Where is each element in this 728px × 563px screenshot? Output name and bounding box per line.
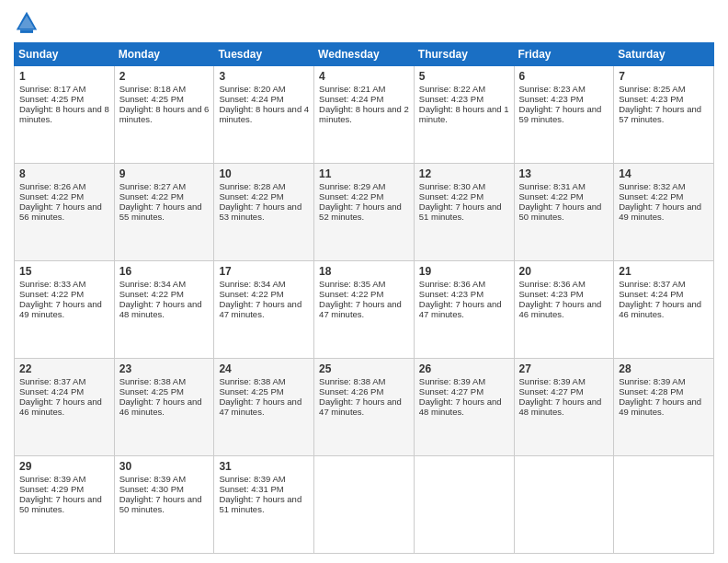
day-number: 3 — [219, 70, 309, 83]
sunrise-label: Sunrise: 8:39 AM — [519, 376, 586, 386]
sunset-label: Sunset: 4:25 PM — [119, 94, 184, 104]
sunrise-label: Sunrise: 8:34 AM — [119, 279, 186, 289]
calendar-cell: 24 Sunrise: 8:38 AM Sunset: 4:25 PM Dayl… — [214, 359, 314, 456]
sunrise-label: Sunrise: 8:34 AM — [219, 279, 285, 289]
sunrise-label: Sunrise: 8:31 AM — [519, 181, 586, 191]
calendar-table: SundayMondayTuesdayWednesdayThursdayFrid… — [14, 42, 714, 554]
day-number: 10 — [219, 167, 309, 180]
sunset-label: Sunset: 4:25 PM — [219, 386, 283, 396]
day-number: 16 — [119, 265, 210, 278]
daylight-label: Daylight: 7 hours and 51 minutes. — [419, 201, 502, 222]
sunset-label: Sunset: 4:22 PM — [119, 289, 184, 299]
day-header-tuesday: Tuesday — [214, 43, 314, 66]
daylight-label: Daylight: 7 hours and 55 minutes. — [119, 201, 202, 222]
calendar-cell: 13 Sunrise: 8:31 AM Sunset: 4:22 PM Dayl… — [514, 164, 614, 261]
day-number: 14 — [619, 167, 709, 180]
daylight-label: Daylight: 7 hours and 46 minutes. — [119, 396, 202, 417]
daylight-label: Daylight: 7 hours and 59 minutes. — [519, 104, 602, 124]
day-number: 22 — [19, 362, 109, 375]
calendar-week-3: 15 Sunrise: 8:33 AM Sunset: 4:22 PM Dayl… — [15, 261, 714, 359]
sunrise-label: Sunrise: 8:39 AM — [119, 474, 186, 484]
sunset-label: Sunset: 4:23 PM — [419, 94, 483, 104]
daylight-label: Daylight: 7 hours and 50 minutes. — [519, 201, 602, 222]
daylight-label: Daylight: 7 hours and 48 minutes. — [419, 396, 502, 417]
day-header-thursday: Thursday — [414, 43, 514, 66]
calendar-body: 1 Sunrise: 8:17 AM Sunset: 4:25 PM Dayli… — [15, 66, 714, 554]
day-number: 18 — [319, 265, 409, 278]
day-number: 30 — [119, 460, 210, 473]
sunset-label: Sunset: 4:22 PM — [519, 191, 584, 201]
calendar-cell — [314, 456, 415, 554]
sunrise-label: Sunrise: 8:33 AM — [19, 279, 85, 289]
calendar-cell: 25 Sunrise: 8:38 AM Sunset: 4:26 PM Dayl… — [314, 359, 415, 456]
daylight-label: Daylight: 7 hours and 47 minutes. — [319, 299, 402, 319]
daylight-label: Daylight: 7 hours and 49 minutes. — [619, 396, 701, 417]
calendar-cell: 19 Sunrise: 8:36 AM Sunset: 4:23 PM Dayl… — [414, 261, 514, 359]
day-number: 6 — [519, 70, 609, 83]
day-number: 5 — [419, 70, 509, 83]
sunset-label: Sunset: 4:25 PM — [119, 386, 184, 396]
day-number: 11 — [319, 167, 409, 180]
calendar-cell: 5 Sunrise: 8:22 AM Sunset: 4:23 PM Dayli… — [414, 66, 514, 164]
sunrise-label: Sunrise: 8:39 AM — [419, 376, 485, 386]
sunrise-label: Sunrise: 8:26 AM — [19, 181, 85, 191]
svg-rect-2 — [20, 29, 33, 33]
sunset-label: Sunset: 4:22 PM — [219, 289, 283, 299]
sunrise-label: Sunrise: 8:39 AM — [619, 376, 685, 386]
calendar-cell: 10 Sunrise: 8:28 AM Sunset: 4:22 PM Dayl… — [214, 164, 314, 261]
sunset-label: Sunset: 4:28 PM — [619, 386, 683, 396]
day-number: 9 — [119, 167, 210, 180]
calendar-cell: 1 Sunrise: 8:17 AM Sunset: 4:25 PM Dayli… — [15, 66, 115, 164]
daylight-label: Daylight: 7 hours and 47 minutes. — [419, 299, 502, 319]
calendar-cell: 23 Sunrise: 8:38 AM Sunset: 4:25 PM Dayl… — [114, 359, 214, 456]
calendar-cell: 30 Sunrise: 8:39 AM Sunset: 4:30 PM Dayl… — [114, 456, 214, 554]
day-number: 26 — [419, 362, 509, 375]
sunset-label: Sunset: 4:22 PM — [19, 289, 84, 299]
sunset-label: Sunset: 4:23 PM — [419, 289, 483, 299]
calendar-cell: 29 Sunrise: 8:39 AM Sunset: 4:29 PM Dayl… — [15, 456, 115, 554]
day-number: 13 — [519, 167, 609, 180]
page: SundayMondayTuesdayWednesdayThursdayFrid… — [0, 0, 728, 563]
sunrise-label: Sunrise: 8:18 AM — [119, 84, 186, 94]
day-number: 28 — [619, 362, 709, 375]
sunrise-label: Sunrise: 8:28 AM — [219, 181, 285, 191]
daylight-label: Daylight: 7 hours and 46 minutes. — [519, 299, 602, 319]
sunset-label: Sunset: 4:22 PM — [319, 191, 383, 201]
daylight-label: Daylight: 7 hours and 50 minutes. — [19, 494, 102, 514]
daylight-label: Daylight: 7 hours and 49 minutes. — [19, 299, 102, 319]
calendar-cell: 2 Sunrise: 8:18 AM Sunset: 4:25 PM Dayli… — [114, 66, 214, 164]
logo — [14, 9, 43, 35]
daylight-label: Daylight: 8 hours and 2 minutes. — [319, 104, 409, 124]
calendar-cell: 14 Sunrise: 8:32 AM Sunset: 4:22 PM Dayl… — [614, 164, 714, 261]
calendar-cell: 21 Sunrise: 8:37 AM Sunset: 4:24 PM Dayl… — [614, 261, 714, 359]
daylight-label: Daylight: 7 hours and 56 minutes. — [19, 201, 102, 222]
sunset-label: Sunset: 4:22 PM — [119, 191, 184, 201]
daylight-label: Daylight: 8 hours and 4 minutes. — [219, 104, 309, 124]
sunset-label: Sunset: 4:22 PM — [619, 191, 683, 201]
sunset-label: Sunset: 4:25 PM — [19, 94, 84, 104]
sunrise-label: Sunrise: 8:20 AM — [219, 84, 285, 94]
day-number: 7 — [619, 70, 709, 83]
day-number: 24 — [219, 362, 309, 375]
sunrise-label: Sunrise: 8:29 AM — [319, 181, 385, 191]
daylight-label: Daylight: 7 hours and 46 minutes. — [619, 299, 701, 319]
sunset-label: Sunset: 4:22 PM — [219, 191, 283, 201]
sunset-label: Sunset: 4:27 PM — [519, 386, 584, 396]
calendar-cell: 8 Sunrise: 8:26 AM Sunset: 4:22 PM Dayli… — [15, 164, 115, 261]
sunrise-label: Sunrise: 8:38 AM — [119, 376, 186, 386]
day-number: 19 — [419, 265, 509, 278]
daylight-label: Daylight: 7 hours and 50 minutes. — [119, 494, 202, 514]
day-header-sunday: Sunday — [15, 43, 115, 66]
calendar-cell: 16 Sunrise: 8:34 AM Sunset: 4:22 PM Dayl… — [114, 261, 214, 359]
calendar-cell: 18 Sunrise: 8:35 AM Sunset: 4:22 PM Dayl… — [314, 261, 415, 359]
daylight-label: Daylight: 7 hours and 48 minutes. — [119, 299, 202, 319]
sunset-label: Sunset: 4:27 PM — [419, 386, 483, 396]
sunrise-label: Sunrise: 8:37 AM — [619, 279, 685, 289]
daylight-label: Daylight: 8 hours and 1 minute. — [419, 104, 509, 124]
sunset-label: Sunset: 4:23 PM — [519, 94, 584, 104]
sunrise-label: Sunrise: 8:23 AM — [519, 84, 586, 94]
calendar-week-5: 29 Sunrise: 8:39 AM Sunset: 4:29 PM Dayl… — [15, 456, 714, 554]
day-number: 31 — [219, 460, 309, 473]
sunrise-label: Sunrise: 8:30 AM — [419, 181, 485, 191]
sunset-label: Sunset: 4:29 PM — [19, 484, 84, 494]
